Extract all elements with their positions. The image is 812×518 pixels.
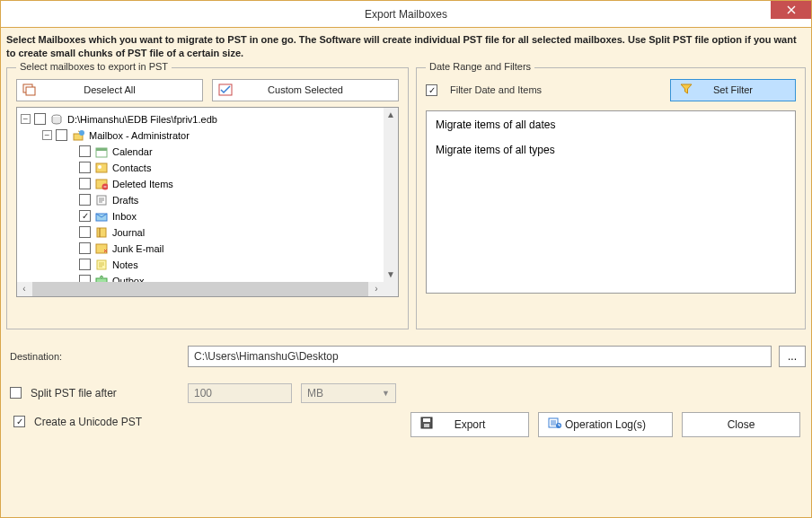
select-mailboxes-group: Select mailboxes to export in PST Desele… <box>6 67 409 329</box>
ellipsis-icon: ... <box>788 350 797 363</box>
calendar-icon <box>94 145 109 159</box>
tree-spacer <box>66 259 75 269</box>
tree-node-label: Outbox <box>112 276 144 282</box>
unicode-pst-checkbox[interactable] <box>13 416 25 427</box>
scroll-corner <box>384 282 398 296</box>
tree-node-label: Notes <box>112 259 138 270</box>
tree-checkbox[interactable] <box>79 226 91 238</box>
vertical-scrollbar[interactable]: ▲ ▼ <box>384 108 398 282</box>
tree-node-folder[interactable]: Junk E-mail <box>19 241 382 257</box>
tree-checkbox[interactable] <box>79 259 91 270</box>
tree-spacer <box>66 195 75 205</box>
filter-summary-line: Migrate items of all dates <box>436 119 786 131</box>
tree-checkbox[interactable] <box>34 113 46 125</box>
tree-node-label: Junk E-mail <box>112 243 163 254</box>
tree-checkbox[interactable] <box>56 129 67 141</box>
tree-checkbox[interactable] <box>79 242 91 254</box>
database-icon <box>49 112 64 127</box>
tree-content: − D:\Himanshu\EDB Files\fpriv1.edb − Mai… <box>17 108 384 282</box>
close-icon <box>787 5 796 14</box>
tree-checkbox[interactable] <box>79 210 91 222</box>
tree-spacer <box>66 227 75 237</box>
journal-icon <box>94 225 109 240</box>
export-button[interactable]: Export <box>410 412 529 437</box>
notes-icon <box>94 258 109 272</box>
filter-date-label: Filter Date and Items <box>450 84 542 95</box>
split-unit-select[interactable]: MB ▼ <box>301 383 396 403</box>
titlebar: Export Mailboxes <box>1 1 811 28</box>
destination-input[interactable]: C:\Users\HimanshuG\Desktop <box>188 346 772 367</box>
date-range-label: Date Range and Filters <box>426 61 534 72</box>
horizontal-scrollbar[interactable]: ‹ › <box>17 282 384 296</box>
deselect-all-button[interactable]: Deselect All <box>16 79 203 101</box>
tree-node-folder[interactable]: Deleted Items <box>19 176 382 192</box>
tree-node-label: Inbox <box>112 211 137 222</box>
browse-button[interactable]: ... <box>779 346 806 367</box>
scrollbar-thumb[interactable] <box>32 282 368 296</box>
scroll-down-icon[interactable]: ▼ <box>384 268 398 282</box>
tree-node-mailbox[interactable]: − Mailbox - Administrator <box>19 127 382 144</box>
contacts-icon <box>94 161 109 175</box>
tree-node-folder[interactable]: Inbox <box>19 208 382 224</box>
tree-node-label: D:\Himanshu\EDB Files\fpriv1.edb <box>67 114 217 125</box>
chevron-down-icon: ▼ <box>382 389 390 398</box>
filter-date-checkbox[interactable] <box>426 84 437 96</box>
tree-node-folder[interactable]: Journal <box>19 224 382 241</box>
tree-checkbox[interactable] <box>79 194 91 206</box>
svg-rect-14 <box>97 228 106 237</box>
scroll-right-icon[interactable]: › <box>369 282 384 296</box>
svg-rect-1 <box>26 87 35 95</box>
drafts-icon <box>94 193 109 207</box>
tree-checkbox[interactable] <box>79 275 91 282</box>
funnel-icon <box>680 83 693 98</box>
tree-checkbox[interactable] <box>79 145 91 157</box>
set-filter-button[interactable]: Set Filter <box>670 79 796 101</box>
tree-node-folder[interactable]: Notes <box>19 257 382 273</box>
tree-spacer <box>66 179 75 189</box>
split-pst-label: Split PST file after <box>31 387 117 399</box>
tree-node-label: Contacts <box>112 162 151 173</box>
tree-node-root[interactable]: − D:\Himanshu\EDB Files\fpriv1.edb <box>19 111 382 127</box>
svg-rect-8 <box>96 163 107 172</box>
tree-node-label: Drafts <box>112 195 138 206</box>
filter-summary-line: Migrate items of all types <box>436 144 786 156</box>
deselect-icon <box>22 83 37 96</box>
export-mailboxes-window: Export Mailboxes Select Mailboxes which … <box>0 0 812 518</box>
tree-node-folder[interactable]: Outbox <box>19 273 382 282</box>
filter-summary-box: Migrate items of all dates Migrate items… <box>426 110 796 294</box>
unicode-pst-label: Create a Unicode PST <box>34 416 142 428</box>
tree-node-folder[interactable]: Contacts <box>19 160 382 176</box>
deleted-icon <box>94 177 109 191</box>
expand-toggle[interactable]: − <box>21 114 31 124</box>
operation-logs-button[interactable]: Operation Log(s) <box>538 412 673 437</box>
svg-rect-20 <box>424 424 429 427</box>
split-pst-checkbox[interactable] <box>10 387 22 399</box>
window-close-button[interactable] <box>771 1 811 19</box>
svg-rect-19 <box>423 418 430 422</box>
tree-node-label: Calendar <box>112 146 153 157</box>
custom-selected-icon <box>218 83 233 96</box>
tree-checkbox[interactable] <box>79 162 91 173</box>
tree-node-label: Mailbox - Administrator <box>89 130 190 141</box>
window-title: Export Mailboxes <box>365 8 447 21</box>
tree-node-label: Journal <box>112 227 145 238</box>
split-size-input[interactable]: 100 <box>188 383 292 403</box>
outbox-icon <box>94 274 109 282</box>
inbox-icon <box>94 209 109 224</box>
close-button[interactable]: Close <box>682 412 800 437</box>
tree-spacer <box>66 243 75 253</box>
logs-icon <box>548 417 562 432</box>
scroll-up-icon[interactable]: ▲ <box>384 108 398 122</box>
tree-checkbox[interactable] <box>79 178 91 189</box>
tree-node-folder[interactable]: Drafts <box>19 192 382 208</box>
svg-point-5 <box>79 130 84 136</box>
expand-toggle[interactable]: − <box>42 130 52 140</box>
scroll-left-icon[interactable]: ‹ <box>17 282 31 296</box>
tree-node-folder[interactable]: Calendar <box>19 144 382 160</box>
tree-spacer <box>66 211 75 221</box>
mailbox-tree[interactable]: − D:\Himanshu\EDB Files\fpriv1.edb − Mai… <box>16 107 399 297</box>
tree-node-label: Deleted Items <box>112 179 173 189</box>
custom-selected-button[interactable]: Custom Selected <box>212 79 399 101</box>
junk-icon <box>94 241 109 256</box>
destination-label: Destination: <box>6 351 188 362</box>
